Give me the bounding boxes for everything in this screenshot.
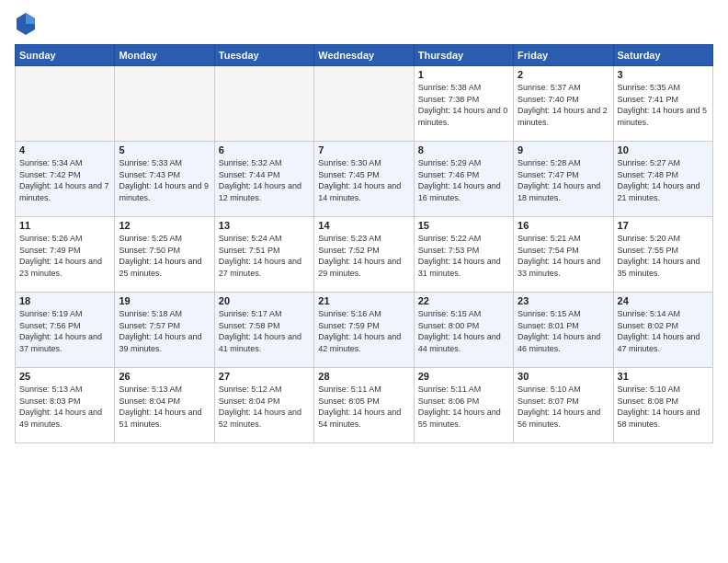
day-cell: 8Sunrise: 5:29 AM Sunset: 7:46 PM Daylig… <box>414 142 513 217</box>
day-number: 13 <box>219 220 310 231</box>
day-cell: 26Sunrise: 5:13 AM Sunset: 8:04 PM Dayli… <box>115 368 214 443</box>
day-cell: 3Sunrise: 5:35 AM Sunset: 7:41 PM Daylig… <box>613 66 712 142</box>
day-info: Sunrise: 5:15 AM Sunset: 8:00 PM Dayligh… <box>418 308 509 354</box>
day-cell: 2Sunrise: 5:37 AM Sunset: 7:40 PM Daylig… <box>514 66 613 142</box>
day-cell: 23Sunrise: 5:15 AM Sunset: 8:01 PM Dayli… <box>514 293 613 368</box>
day-number: 27 <box>219 371 310 382</box>
day-info: Sunrise: 5:30 AM Sunset: 7:45 PM Dayligh… <box>318 157 409 203</box>
day-cell: 13Sunrise: 5:24 AM Sunset: 7:51 PM Dayli… <box>214 217 313 293</box>
day-cell: 16Sunrise: 5:21 AM Sunset: 7:54 PM Dayli… <box>514 217 613 293</box>
page: SundayMondayTuesdayWednesdayThursdayFrid… <box>0 0 728 563</box>
day-info: Sunrise: 5:16 AM Sunset: 7:59 PM Dayligh… <box>318 308 409 354</box>
day-number: 2 <box>518 69 609 80</box>
day-cell <box>115 66 214 142</box>
day-cell <box>16 66 115 142</box>
week-row-1: 1Sunrise: 5:38 AM Sunset: 7:38 PM Daylig… <box>16 66 713 142</box>
day-cell: 6Sunrise: 5:32 AM Sunset: 7:44 PM Daylig… <box>214 142 313 217</box>
day-cell <box>314 66 414 142</box>
day-number: 28 <box>318 371 409 382</box>
day-cell: 15Sunrise: 5:22 AM Sunset: 7:53 PM Dayli… <box>414 217 513 293</box>
day-cell: 18Sunrise: 5:19 AM Sunset: 7:56 PM Dayli… <box>16 293 115 368</box>
day-cell: 4Sunrise: 5:34 AM Sunset: 7:42 PM Daylig… <box>16 142 115 217</box>
day-cell: 17Sunrise: 5:20 AM Sunset: 7:55 PM Dayli… <box>613 217 712 293</box>
day-info: Sunrise: 5:12 AM Sunset: 8:04 PM Dayligh… <box>219 384 310 430</box>
day-info: Sunrise: 5:35 AM Sunset: 7:41 PM Dayligh… <box>618 82 709 128</box>
day-number: 20 <box>219 295 310 306</box>
day-number: 17 <box>618 220 709 231</box>
calendar-body: 1Sunrise: 5:38 AM Sunset: 7:38 PM Daylig… <box>16 66 713 443</box>
day-cell: 1Sunrise: 5:38 AM Sunset: 7:38 PM Daylig… <box>414 66 513 142</box>
day-number: 30 <box>518 371 609 382</box>
day-info: Sunrise: 5:26 AM Sunset: 7:49 PM Dayligh… <box>19 233 110 279</box>
day-number: 31 <box>618 371 709 382</box>
day-number: 21 <box>318 295 409 306</box>
day-info: Sunrise: 5:13 AM Sunset: 8:03 PM Dayligh… <box>19 384 110 430</box>
day-info: Sunrise: 5:24 AM Sunset: 7:51 PM Dayligh… <box>219 233 310 279</box>
day-cell: 25Sunrise: 5:13 AM Sunset: 8:03 PM Dayli… <box>16 368 115 443</box>
day-cell: 21Sunrise: 5:16 AM Sunset: 7:59 PM Dayli… <box>314 293 414 368</box>
day-info: Sunrise: 5:19 AM Sunset: 7:56 PM Dayligh… <box>19 308 110 354</box>
day-info: Sunrise: 5:21 AM Sunset: 7:54 PM Dayligh… <box>518 233 609 279</box>
day-cell: 22Sunrise: 5:15 AM Sunset: 8:00 PM Dayli… <box>414 293 513 368</box>
weekday-row: SundayMondayTuesdayWednesdayThursdayFrid… <box>16 45 713 66</box>
day-cell: 9Sunrise: 5:28 AM Sunset: 7:47 PM Daylig… <box>514 142 613 217</box>
week-row-5: 25Sunrise: 5:13 AM Sunset: 8:03 PM Dayli… <box>16 368 713 443</box>
day-cell: 11Sunrise: 5:26 AM Sunset: 7:49 PM Dayli… <box>16 217 115 293</box>
day-number: 24 <box>618 295 709 306</box>
logo-icon <box>15 11 37 37</box>
weekday-header-tuesday: Tuesday <box>214 45 313 66</box>
day-number: 10 <box>618 144 709 155</box>
week-row-4: 18Sunrise: 5:19 AM Sunset: 7:56 PM Dayli… <box>16 293 713 368</box>
calendar: SundayMondayTuesdayWednesdayThursdayFrid… <box>15 44 713 443</box>
weekday-header-friday: Friday <box>514 45 613 66</box>
day-number: 14 <box>318 220 409 231</box>
weekday-header-wednesday: Wednesday <box>314 45 414 66</box>
day-info: Sunrise: 5:25 AM Sunset: 7:50 PM Dayligh… <box>119 233 210 279</box>
day-number: 6 <box>219 144 310 155</box>
day-cell: 5Sunrise: 5:33 AM Sunset: 7:43 PM Daylig… <box>115 142 214 217</box>
day-number: 9 <box>518 144 609 155</box>
day-cell: 14Sunrise: 5:23 AM Sunset: 7:52 PM Dayli… <box>314 217 414 293</box>
day-info: Sunrise: 5:13 AM Sunset: 8:04 PM Dayligh… <box>119 384 210 430</box>
day-number: 22 <box>418 295 509 306</box>
day-info: Sunrise: 5:10 AM Sunset: 8:07 PM Dayligh… <box>518 384 609 430</box>
day-number: 12 <box>119 220 210 231</box>
day-cell: 31Sunrise: 5:10 AM Sunset: 8:08 PM Dayli… <box>613 368 712 443</box>
day-info: Sunrise: 5:37 AM Sunset: 7:40 PM Dayligh… <box>518 82 609 128</box>
day-cell: 19Sunrise: 5:18 AM Sunset: 7:57 PM Dayli… <box>115 293 214 368</box>
weekday-header-thursday: Thursday <box>414 45 513 66</box>
day-number: 5 <box>119 144 210 155</box>
day-cell: 20Sunrise: 5:17 AM Sunset: 7:58 PM Dayli… <box>214 293 313 368</box>
day-cell: 29Sunrise: 5:11 AM Sunset: 8:06 PM Dayli… <box>414 368 513 443</box>
day-number: 1 <box>418 69 509 80</box>
day-cell: 24Sunrise: 5:14 AM Sunset: 8:02 PM Dayli… <box>613 293 712 368</box>
day-number: 7 <box>318 144 409 155</box>
day-info: Sunrise: 5:11 AM Sunset: 8:05 PM Dayligh… <box>318 384 409 430</box>
day-info: Sunrise: 5:18 AM Sunset: 7:57 PM Dayligh… <box>119 308 210 354</box>
calendar-header: SundayMondayTuesdayWednesdayThursdayFrid… <box>16 45 713 66</box>
weekday-header-sunday: Sunday <box>16 45 115 66</box>
day-info: Sunrise: 5:14 AM Sunset: 8:02 PM Dayligh… <box>618 308 709 354</box>
day-number: 18 <box>19 295 110 306</box>
day-info: Sunrise: 5:32 AM Sunset: 7:44 PM Dayligh… <box>219 157 310 203</box>
day-info: Sunrise: 5:11 AM Sunset: 8:06 PM Dayligh… <box>418 384 509 430</box>
logo <box>15 11 40 37</box>
day-number: 15 <box>418 220 509 231</box>
day-info: Sunrise: 5:38 AM Sunset: 7:38 PM Dayligh… <box>418 82 509 128</box>
day-cell: 28Sunrise: 5:11 AM Sunset: 8:05 PM Dayli… <box>314 368 414 443</box>
day-cell: 12Sunrise: 5:25 AM Sunset: 7:50 PM Dayli… <box>115 217 214 293</box>
svg-marker-1 <box>26 13 35 24</box>
week-row-3: 11Sunrise: 5:26 AM Sunset: 7:49 PM Dayli… <box>16 217 713 293</box>
day-info: Sunrise: 5:33 AM Sunset: 7:43 PM Dayligh… <box>119 157 210 203</box>
day-number: 23 <box>518 295 609 306</box>
day-info: Sunrise: 5:28 AM Sunset: 7:47 PM Dayligh… <box>518 157 609 203</box>
day-cell: 10Sunrise: 5:27 AM Sunset: 7:48 PM Dayli… <box>613 142 712 217</box>
day-number: 4 <box>19 144 110 155</box>
day-info: Sunrise: 5:15 AM Sunset: 8:01 PM Dayligh… <box>518 308 609 354</box>
day-number: 8 <box>418 144 509 155</box>
day-number: 25 <box>19 371 110 382</box>
day-info: Sunrise: 5:29 AM Sunset: 7:46 PM Dayligh… <box>418 157 509 203</box>
day-info: Sunrise: 5:23 AM Sunset: 7:52 PM Dayligh… <box>318 233 409 279</box>
day-number: 19 <box>119 295 210 306</box>
day-info: Sunrise: 5:27 AM Sunset: 7:48 PM Dayligh… <box>618 157 709 203</box>
